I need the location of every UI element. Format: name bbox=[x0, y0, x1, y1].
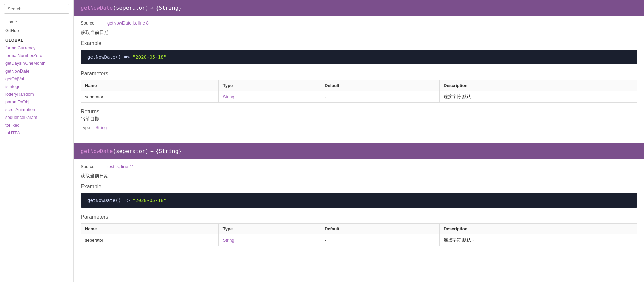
params-heading-fn2: Parameters: bbox=[81, 214, 637, 220]
param-desc-fn2-0: 连接字符 默认 - bbox=[440, 234, 637, 246]
fn-body-fn1: Source:getNowDate.js, line 8获取当前日期Exampl… bbox=[74, 16, 644, 143]
description-fn2: 获取当前日期 bbox=[81, 173, 637, 179]
search-wrap bbox=[0, 4, 73, 18]
source-label-fn2: Source: bbox=[81, 164, 107, 169]
example-heading-fn1: Example bbox=[81, 40, 637, 46]
functions-container: getNowDate(seperator)→{String}Source:get… bbox=[74, 0, 644, 259]
code-block-fn1: getNowDate() => "2020-05-18" bbox=[81, 50, 637, 64]
sidebar-nav: HomeGitHub bbox=[0, 18, 73, 35]
param-name-fn2-0: seperator bbox=[81, 234, 219, 246]
fn-body-fn2: Source:test.js, line 41获取当前日期ExamplegetN… bbox=[74, 159, 644, 259]
sidebar-item-toFixed[interactable]: toFixed bbox=[0, 121, 73, 129]
param-type-fn1-0: String bbox=[218, 91, 320, 103]
table-row: seperatorString-连接字符 默认 - bbox=[81, 234, 637, 246]
sidebar-item-getObjVal[interactable]: getObjVal bbox=[0, 75, 73, 83]
sidebar-item-formatNumberZero[interactable]: formatNumberZero bbox=[0, 52, 73, 59]
col-header-name-fn1: Name bbox=[81, 80, 219, 91]
fn-header-fn1: getNowDate(seperator)→{String} bbox=[74, 0, 644, 16]
fn-return-fn1: {String} bbox=[156, 5, 182, 11]
returns-section-fn1: Returns:当前日期TypeString bbox=[81, 109, 637, 130]
param-default-fn2-0: - bbox=[320, 234, 440, 246]
fn-param-fn1: (seperator) bbox=[113, 5, 148, 11]
fn-param-fn2: (seperator) bbox=[113, 148, 148, 154]
code-value-fn2: "2020-05-18" bbox=[133, 198, 166, 203]
col-header-type-fn1: Type bbox=[218, 80, 320, 91]
sidebar-item-toUTF8[interactable]: toUTF8 bbox=[0, 129, 73, 137]
returns-heading-fn1: Returns: bbox=[81, 109, 637, 115]
table-row: seperatorString-连接字符 默认 - bbox=[81, 91, 637, 103]
sidebar-item-lotteryRandom[interactable]: lotteryRandom bbox=[0, 90, 73, 98]
params-table-fn1: NameTypeDefaultDescriptionseperatorStrin… bbox=[81, 80, 637, 103]
source-link-fn1[interactable]: getNowDate.js, line 8 bbox=[107, 20, 149, 26]
col-header-type-fn2: Type bbox=[218, 224, 320, 234]
fn-arrow-fn2: → bbox=[150, 148, 154, 154]
code-block-fn2: getNowDate() => "2020-05-18" bbox=[81, 193, 637, 208]
returns-type-label-fn1: Type bbox=[81, 125, 90, 130]
params-table-fn2: NameTypeDefaultDescriptionseperatorStrin… bbox=[81, 223, 637, 246]
sidebar: HomeGitHub GLOBALformatCurrencyformatNum… bbox=[0, 0, 74, 282]
returns-type-value-fn1: String bbox=[95, 125, 107, 130]
example-heading-fn2: Example bbox=[81, 184, 637, 190]
code-prefix-fn1: getNowDate() => bbox=[87, 54, 133, 60]
sidebar-item-paramToObj[interactable]: paramToObj bbox=[0, 98, 73, 106]
sidebar-section-title-global: GLOBAL bbox=[0, 35, 73, 44]
col-header-default-fn2: Default bbox=[320, 224, 440, 234]
source-label-fn1: Source: bbox=[81, 20, 107, 26]
source-row-fn2: Source:test.js, line 41 bbox=[81, 164, 637, 169]
fn-name-fn2: getNowDate bbox=[81, 148, 113, 154]
source-link-fn2[interactable]: test.js, line 41 bbox=[107, 164, 134, 169]
col-header-description-fn2: Description bbox=[440, 224, 637, 234]
search-input[interactable] bbox=[4, 4, 69, 14]
code-value-fn1: "2020-05-18" bbox=[133, 54, 166, 60]
param-name-fn1-0: seperator bbox=[81, 91, 219, 103]
sidebar-item-isInteger[interactable]: isInteger bbox=[0, 83, 73, 90]
sidebar-item-getNowDate[interactable]: getNowDate bbox=[0, 67, 73, 75]
col-header-description-fn1: Description bbox=[440, 80, 637, 91]
github-link[interactable]: GitHub bbox=[0, 26, 73, 35]
returns-type-row-fn1: TypeString bbox=[81, 125, 637, 130]
fn-name-fn1: getNowDate bbox=[81, 5, 113, 11]
col-header-default-fn1: Default bbox=[320, 80, 440, 91]
param-default-fn1-0: - bbox=[320, 91, 440, 103]
sidebar-item-sequenceParam[interactable]: sequenceParam bbox=[0, 113, 73, 121]
params-heading-fn1: Parameters: bbox=[81, 70, 637, 77]
fn-arrow-fn1: → bbox=[150, 5, 154, 11]
source-row-fn1: Source:getNowDate.js, line 8 bbox=[81, 20, 637, 26]
param-type-fn2-0: String bbox=[218, 234, 320, 246]
fn-header-fn2: getNowDate(seperator)→{String} bbox=[74, 143, 644, 159]
param-desc-fn1-0: 连接字符 默认 - bbox=[440, 91, 637, 103]
sidebar-item-scrollAnimation[interactable]: scrollAnimation bbox=[0, 106, 73, 113]
main-content: getNowDate(seperator)→{String}Source:get… bbox=[74, 0, 644, 282]
sidebar-global-section: GLOBALformatCurrencyformatNumberZerogetD… bbox=[0, 35, 73, 137]
returns-desc-fn1: 当前日期 bbox=[81, 116, 637, 122]
code-prefix-fn2: getNowDate() => bbox=[87, 198, 133, 203]
col-header-name-fn2: Name bbox=[81, 224, 219, 234]
sidebar-item-getDaysInOneMonth[interactable]: getDaysInOneMonth bbox=[0, 59, 73, 67]
description-fn1: 获取当前日期 bbox=[81, 30, 637, 36]
fn-return-fn2: {String} bbox=[156, 148, 182, 154]
sidebar-item-formatCurrency[interactable]: formatCurrency bbox=[0, 44, 73, 52]
home-link[interactable]: Home bbox=[0, 18, 73, 26]
